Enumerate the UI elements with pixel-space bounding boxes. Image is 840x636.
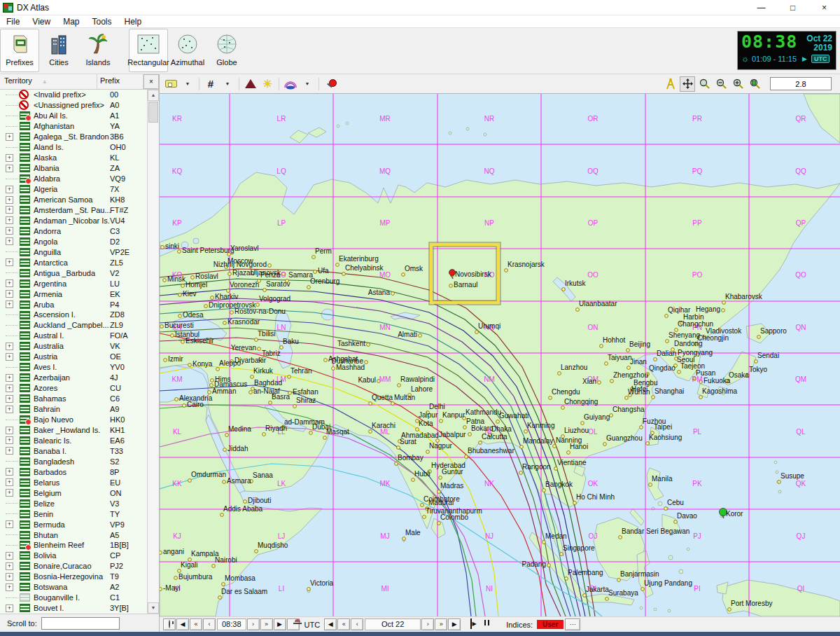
expand-plus-icon[interactable]: + <box>6 468 13 476</box>
expand-plus-icon[interactable]: + <box>6 154 13 162</box>
expand-plus-icon[interactable]: + <box>6 279 13 287</box>
territory-row[interactable]: Blenheim Reef1B[B] <box>0 540 147 551</box>
expand-plus-icon[interactable]: + <box>6 552 13 560</box>
territory-row[interactable]: +Azerbaijan4J <box>0 373 147 383</box>
territory-row[interactable]: +BahamasC6 <box>0 394 147 404</box>
territory-row[interactable]: +BoliviaCP <box>0 551 147 561</box>
expand-plus-icon[interactable]: + <box>6 489 13 497</box>
expand-plus-icon[interactable]: + <box>6 573 13 581</box>
territory-row[interactable]: +BermudaVP9 <box>0 519 147 530</box>
pan-button[interactable] <box>680 76 695 92</box>
rectangular-button[interactable]: Rectangular <box>129 29 168 72</box>
maximize-button[interactable]: □ <box>777 0 808 15</box>
territory-row[interactable]: +American SamoaKH8 <box>0 195 147 205</box>
territory-row[interactable]: +Banaba I.T33 <box>0 445 147 456</box>
azimuthal-button[interactable]: Azimuthal <box>168 29 207 72</box>
menu-tools[interactable]: Tools <box>85 15 118 28</box>
date-forward-button[interactable]: › <box>421 618 434 630</box>
expand-plus-icon[interactable]: + <box>6 165 13 172</box>
territory-row[interactable]: +BelgiumON <box>0 488 147 498</box>
territory-row[interactable]: +Agalega _St. Brandon3B6 <box>0 132 147 142</box>
expand-plus-icon[interactable]: + <box>6 300 13 308</box>
list-scrollbar[interactable]: ▲ ▼ <box>147 90 159 614</box>
globe-button[interactable]: Globe <box>207 29 246 72</box>
territory-row[interactable]: Abu Ail Is.A1 <box>0 111 147 121</box>
territory-row[interactable]: +AndorraC3 <box>0 226 147 236</box>
propagation-dropdown-arrow-icon[interactable]: ▼ <box>300 76 315 92</box>
expand-plus-icon[interactable]: + <box>6 520 13 528</box>
expand-plus-icon[interactable]: + <box>6 206 13 214</box>
time-forward-button[interactable]: › <box>247 618 260 630</box>
expand-plus-icon[interactable]: + <box>6 447 13 455</box>
pushpin-button[interactable] <box>323 76 338 92</box>
alarm-button[interactable] <box>163 618 176 630</box>
territory-row[interactable]: <Invalid prefix>00 <box>0 90 147 100</box>
territory-row[interactable]: +Barbados8P <box>0 466 147 477</box>
scroll-up-icon[interactable]: ▲ <box>148 90 159 101</box>
menu-help[interactable]: Help <box>118 15 148 28</box>
expand-plus-icon[interactable]: + <box>6 290 13 298</box>
expand-plus-icon[interactable]: + <box>6 353 13 361</box>
territory-row[interactable]: <Unassigned prefix>A0 <box>0 100 147 111</box>
cities-button[interactable]: Cities <box>39 29 78 72</box>
territory-row[interactable]: Ascension I.ZD8 <box>0 310 147 320</box>
territory-row[interactable]: Aland Is.OH0 <box>0 142 147 153</box>
territory-row[interactable]: +Bosnia-HerzegovinaT9 <box>0 572 147 582</box>
territory-row[interactable]: Auckland _Campbel...ZL9 <box>0 320 147 331</box>
label-dropdown-arrow-icon[interactable]: ▼ <box>180 76 195 92</box>
territory-row[interactable]: AfghanistanYA <box>0 121 147 132</box>
territory-row[interactable]: BangladeshS2 <box>0 456 147 466</box>
date-fast-forward-button[interactable]: » <box>435 618 447 630</box>
expand-plus-icon[interactable]: + <box>6 436 13 444</box>
zoom-level-input[interactable] <box>770 77 832 90</box>
menu-map[interactable]: Map <box>57 15 85 28</box>
measure-button[interactable] <box>663 76 678 92</box>
territory-row[interactable]: +Algeria7X <box>0 184 147 195</box>
minimize-button[interactable]: — <box>746 0 777 15</box>
islands-button[interactable]: Islands <box>78 29 118 72</box>
dx-pin-koror[interactable] <box>720 509 727 516</box>
territory-row[interactable]: +AlaskaKL <box>0 153 147 163</box>
expand-plus-icon[interactable]: + <box>6 562 13 570</box>
time-back-button[interactable]: ‹ <box>203 618 216 630</box>
propagation-button[interactable] <box>283 76 298 92</box>
expand-plus-icon[interactable]: + <box>6 478 13 486</box>
expand-plus-icon[interactable]: + <box>6 343 13 350</box>
scroll-down-icon[interactable]: ▼ <box>148 602 159 614</box>
column-header-territory[interactable]: Territory▲ <box>0 74 97 89</box>
territory-row[interactable]: +Amsterdam _St. Pau...FT#Z <box>0 205 147 215</box>
expand-plus-icon[interactable]: + <box>6 237 13 245</box>
territory-row[interactable]: +Andaman _Nicobar Is.VU4 <box>0 215 147 226</box>
realtime-button[interactable] <box>287 618 300 630</box>
close-button[interactable]: × <box>808 0 840 15</box>
territory-row[interactable]: +AustriaOE <box>0 352 147 362</box>
expand-plus-icon[interactable]: + <box>6 604 13 612</box>
date-back-button[interactable]: ‹ <box>351 618 363 630</box>
date-last-button[interactable]: ▶ <box>448 618 461 630</box>
territory-row[interactable]: AnguillaVP2E <box>0 247 147 257</box>
territory-row[interactable]: Aves I.YV0 <box>0 362 147 373</box>
sun-terminator-button[interactable]: ☀ <box>260 76 275 92</box>
expand-plus-icon[interactable]: + <box>6 374 13 382</box>
grid-dropdown-arrow-icon[interactable]: ▼ <box>220 76 235 92</box>
animate-button[interactable]: ▶ <box>467 618 479 630</box>
territory-row[interactable]: +BelarusEU <box>0 477 147 488</box>
territory-row[interactable]: +AngolaD2 <box>0 236 147 247</box>
territory-row[interactable]: +AzoresCU <box>0 383 147 394</box>
time-fast-back-button[interactable]: « <box>190 618 202 630</box>
pause-button[interactable] <box>480 618 493 630</box>
expand-plus-icon[interactable]: + <box>6 427 13 434</box>
time-fast-forward-button[interactable]: » <box>260 618 273 630</box>
territory-row[interactable]: +AntarcticaZL5 <box>0 257 147 268</box>
prefixes-button[interactable]: Prefixes <box>0 29 39 72</box>
territory-row[interactable]: BelizeV3 <box>0 498 147 509</box>
territory-row[interactable]: +BotswanaA2 <box>0 582 147 593</box>
territory-row[interactable]: +Bouvet I.3Y[B] <box>0 603 147 614</box>
expand-plus-icon[interactable]: + <box>6 227 13 235</box>
territory-row[interactable]: +BahrainA9 <box>0 404 147 415</box>
expand-plus-icon[interactable]: + <box>6 196 13 204</box>
home-pin-novosibirsk[interactable] <box>449 270 456 276</box>
menu-view[interactable]: View <box>26 15 57 28</box>
label-tag-button[interactable] <box>163 76 178 92</box>
scroll-to-input[interactable] <box>41 617 120 630</box>
